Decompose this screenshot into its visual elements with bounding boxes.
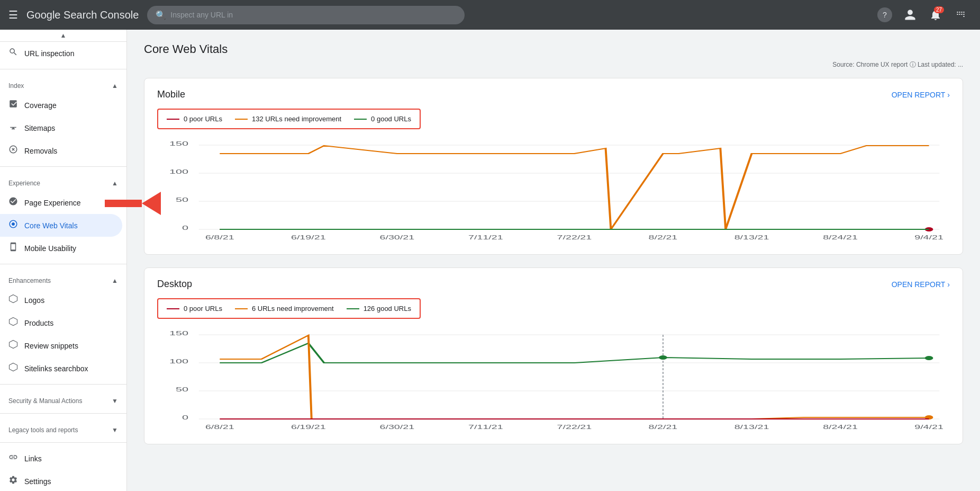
coverage-icon [8,99,18,111]
core-web-vitals-icon [8,219,18,231]
svg-text:8/2/21: 8/2/21 [649,424,678,430]
sidebar-item-settings[interactable]: Settings [0,470,122,491]
desktop-legend-poor: 0 poor URLs [167,305,222,313]
review-snippets-label: Review snippets [24,342,78,350]
desktop-legend-good: 126 good URLs [347,305,411,313]
legacy-section-header[interactable]: Legacy tools and reports ▼ [0,418,126,438]
sidebar-item-links[interactable]: Links [0,447,122,470]
scroll-up-indicator: ▲ [0,30,126,42]
svg-text:0: 0 [182,414,188,421]
menu-icon[interactable]: ☰ [8,8,18,21]
main-content: Core Web Vitals Source: Chrome UX report… [127,30,980,491]
svg-text:8/2/21: 8/2/21 [649,235,678,240]
notifications-button[interactable]: 27 [925,4,946,25]
removals-label: Removals [24,147,57,155]
svg-text:6/8/21: 6/8/21 [205,424,234,430]
divider-2 [0,166,126,167]
apps-button[interactable] [950,4,972,25]
svg-text:7/22/21: 7/22/21 [557,424,592,430]
sidebar-item-logos[interactable]: Logos [0,289,122,311]
good-line [354,119,367,120]
svg-text:8/24/21: 8/24/21 [823,424,858,430]
mobile-chart-svg: 150 100 50 0 6/8/21 6/19/21 6/30/21 7/11… [157,138,950,244]
source-text: Source: Chrome UX report ⓘ Last updated:… [144,60,963,69]
mobile-card-header: Mobile OPEN REPORT › [157,89,950,100]
needs-line [235,119,248,120]
desktop-legend-box: 0 poor URLs 6 URLs need improvement 126 … [157,298,421,319]
main-layout: ▲ URL inspection Index ▲ Coverage Sitema… [0,30,980,491]
enhancements-section-header[interactable]: Enhancements ▲ [0,269,126,289]
needs-line-2 [235,308,248,309]
account-button[interactable] [900,4,921,25]
sidebar-item-sitelinks-searchbox[interactable]: Sitelinks searchbox [0,357,122,380]
divider-1 [0,69,126,69]
sidebar-item-url-inspection-label: URL inspection [24,49,74,58]
links-icon [8,452,18,465]
sidebar-item-sitemaps[interactable]: Sitemaps [0,117,122,139]
divider-4 [0,384,126,385]
sidebar-item-core-web-vitals[interactable]: Core Web Vitals [0,214,122,237]
experience-section-header[interactable]: Experience ▲ [0,171,126,191]
sitemaps-icon [8,122,18,134]
products-label: Products [24,319,53,327]
sidebar-item-products[interactable]: Products [0,311,122,334]
svg-point-44 [925,356,933,360]
mobile-card-title: Mobile [157,89,185,100]
divider-6 [0,442,126,443]
search-bar[interactable]: 🔍 [147,6,465,24]
logos-label: Logos [24,296,44,305]
security-section-header[interactable]: Security & Manual Actions ▼ [0,389,126,409]
core-web-vitals-label: Core Web Vitals [24,221,78,230]
svg-text:6/19/21: 6/19/21 [291,235,326,240]
svg-text:7/22/21: 7/22/21 [557,235,592,240]
mobile-legend-needs: 132 URLs need improvement [235,115,341,123]
settings-label: Settings [24,477,51,486]
sidebar-item-url-inspection[interactable]: URL inspection [0,42,122,65]
svg-text:6/8/21: 6/8/21 [205,235,234,240]
svg-text:7/11/21: 7/11/21 [468,424,503,430]
poor-line [167,119,179,120]
sidebar-item-coverage[interactable]: Coverage [0,94,122,117]
desktop-card-title: Desktop [157,279,192,290]
chevron-down-icon-1: ▼ [112,397,118,405]
svg-text:9/4/21: 9/4/21 [914,235,943,240]
svg-marker-3 [10,295,17,303]
chevron-right-icon-2: › [947,280,950,289]
search-input[interactable] [170,11,456,19]
svg-text:8/13/21: 8/13/21 [734,235,769,240]
svg-text:6/19/21: 6/19/21 [291,424,326,430]
mobile-chart: 150 100 50 0 6/8/21 6/19/21 6/30/21 7/11… [157,138,950,244]
index-section-header[interactable]: Index ▲ [0,74,126,94]
svg-text:50: 50 [176,386,188,393]
svg-text:150: 150 [169,140,188,147]
notification-count: 27 [934,6,944,13]
search-icon [8,47,18,59]
mobile-open-report-button[interactable]: OPEN REPORT › [892,91,950,99]
page-title: Core Web Vitals [144,42,963,56]
chevron-up-icon-2: ▲ [112,180,118,187]
svg-marker-4 [10,318,17,326]
sidebar-item-page-experience[interactable]: Page Experience [0,191,122,214]
chevron-up-icon: ▲ [112,82,118,90]
svg-text:7/11/21: 7/11/21 [468,235,503,240]
desktop-chart: 150 100 50 0 6/8/21 6/19/21 6/30/21 7/11… [157,327,950,433]
sidebar-item-review-snippets[interactable]: Review snippets [0,334,122,357]
svg-text:50: 50 [176,197,188,203]
svg-text:9/4/21: 9/4/21 [914,424,943,430]
sidebar-item-removals[interactable]: Removals [0,139,122,162]
app-title: Google Search Console [26,9,139,21]
products-icon [8,317,18,329]
svg-text:8/13/21: 8/13/21 [734,424,769,430]
links-label: Links [24,454,42,463]
sidebar: ▲ URL inspection Index ▲ Coverage Sitema… [0,30,127,491]
svg-text:150: 150 [169,330,188,337]
page-experience-label: Page Experience [24,199,81,207]
desktop-card-header: Desktop OPEN REPORT › [157,279,950,290]
help-button[interactable]: ? [874,4,895,25]
search-icon: 🔍 [156,10,166,20]
coverage-label: Coverage [24,101,57,110]
desktop-open-report-button[interactable]: OPEN REPORT › [892,280,950,289]
sidebar-item-mobile-usability[interactable]: Mobile Usability [0,237,122,260]
sitelinks-icon [8,362,18,374]
svg-text:6/30/21: 6/30/21 [379,235,414,240]
